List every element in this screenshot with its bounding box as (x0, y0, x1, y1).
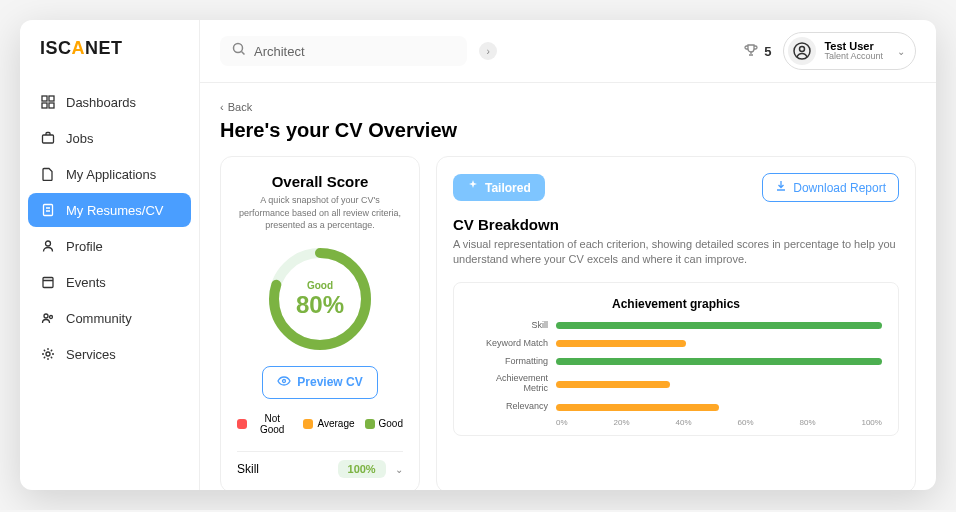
logo-text-2: NET (85, 38, 123, 58)
chart-bar-label: Formatting (470, 357, 548, 367)
chart-bar-label: Skill (470, 321, 548, 331)
chart-bar-row: Relevancy (470, 402, 882, 412)
chevron-right-icon: › (486, 46, 489, 57)
sidebar-item-label: My Resumes/CV (66, 203, 164, 218)
nav: Dashboards Jobs My Applications My Resum… (20, 77, 199, 379)
chevron-down-icon: ⌄ (395, 464, 403, 475)
sidebar-item-applications[interactable]: My Applications (28, 157, 191, 191)
points-value: 5 (764, 44, 771, 59)
chevron-left-icon: ‹ (220, 101, 224, 113)
sidebar: ISCANET Dashboards Jobs My Applications … (20, 20, 200, 490)
avatar (788, 37, 816, 65)
topbar: › 5 Test User Talent Account ⌄ (200, 20, 936, 83)
points-badge[interactable]: 5 (744, 43, 771, 60)
svg-point-20 (283, 379, 286, 382)
download-icon (775, 180, 787, 195)
tailored-pill[interactable]: Tailored (453, 174, 545, 201)
sidebar-item-community[interactable]: Community (28, 301, 191, 335)
svg-rect-3 (49, 103, 54, 108)
chart-title: Achievement graphics (470, 297, 882, 311)
chart-bar-row: Skill (470, 321, 882, 331)
sidebar-item-label: Dashboards (66, 95, 136, 110)
clear-search-button[interactable]: › (479, 42, 497, 60)
panels: Overall Score A quick snapshot of your C… (220, 156, 916, 490)
download-report-button[interactable]: Download Report (762, 173, 899, 202)
sidebar-item-label: Services (66, 347, 116, 362)
svg-point-11 (44, 314, 48, 318)
gauge-pct: 80% (296, 290, 344, 318)
chart-bar-fill (556, 340, 686, 347)
breakdown-desc: A visual representation of each criterio… (453, 237, 899, 268)
chevron-down-icon: ⌄ (897, 46, 905, 57)
download-label: Download Report (793, 181, 886, 195)
svg-rect-5 (44, 205, 53, 216)
sidebar-item-label: My Applications (66, 167, 156, 182)
axis-tick: 0% (556, 418, 568, 427)
sidebar-item-dashboards[interactable]: Dashboards (28, 85, 191, 119)
grid-icon (40, 94, 56, 110)
sidebar-item-label: Profile (66, 239, 103, 254)
tailored-label: Tailored (485, 181, 531, 195)
skill-expand-row[interactable]: Skill 100% ⌄ (237, 451, 403, 476)
gauge-label: Good (296, 279, 344, 290)
user-menu[interactable]: Test User Talent Account ⌄ (783, 32, 916, 70)
search-box[interactable] (220, 36, 467, 66)
sidebar-item-resumes[interactable]: My Resumes/CV (28, 193, 191, 227)
logo-accent: A (72, 38, 86, 58)
main: › 5 Test User Talent Account ⌄ ‹ (200, 20, 936, 490)
briefcase-icon (40, 130, 56, 146)
logo-text: ISC (40, 38, 72, 58)
svg-line-15 (242, 52, 245, 55)
score-gauge: Good 80% (265, 244, 375, 354)
chart-bar-row: Formatting (470, 357, 882, 367)
chart-bar-label: Relevancy (470, 402, 548, 412)
breakdown-chart: Achievement graphics SkillKeyword MatchF… (453, 282, 899, 436)
back-link[interactable]: ‹ Back (220, 101, 252, 113)
axis-tick: 60% (738, 418, 754, 427)
sidebar-item-profile[interactable]: Profile (28, 229, 191, 263)
sparkle-icon (467, 180, 479, 195)
sidebar-item-label: Events (66, 275, 106, 290)
user-icon (40, 238, 56, 254)
sidebar-item-jobs[interactable]: Jobs (28, 121, 191, 155)
chart-bar-fill (556, 381, 670, 388)
svg-point-8 (46, 241, 51, 246)
breakdown-card: Tailored Download Report CV Breakdown A … (436, 156, 916, 490)
chart-bar-label: Achievement Metric (470, 374, 548, 394)
gear-icon (40, 346, 56, 362)
sidebar-item-label: Jobs (66, 131, 93, 146)
sidebar-item-events[interactable]: Events (28, 265, 191, 299)
skill-label: Skill (237, 462, 259, 476)
user-info: Test User Talent Account (824, 40, 883, 62)
skill-pct: 100% (338, 460, 386, 478)
search-input[interactable] (254, 44, 455, 59)
svg-rect-0 (42, 96, 47, 101)
svg-point-13 (46, 352, 50, 356)
axis-tick: 80% (799, 418, 815, 427)
svg-rect-1 (49, 96, 54, 101)
eye-icon (277, 374, 291, 391)
preview-btn-label: Preview CV (297, 375, 362, 389)
preview-cv-button[interactable]: Preview CV (262, 366, 377, 399)
axis-tick: 100% (861, 418, 881, 427)
page-title: Here's your CV Overview (220, 119, 916, 142)
svg-point-17 (800, 47, 805, 52)
logo: ISCANET (20, 20, 199, 77)
overall-score-card: Overall Score A quick snapshot of your C… (220, 156, 420, 490)
users-icon (40, 310, 56, 326)
content: ‹ Back Here's your CV Overview Overall S… (200, 83, 936, 490)
score-desc: A quick snapshot of your CV's performanc… (237, 194, 403, 232)
score-legend: Not Good Average Good (237, 413, 403, 435)
score-title: Overall Score (237, 173, 403, 190)
svg-point-14 (234, 44, 243, 53)
svg-rect-4 (43, 135, 54, 143)
sidebar-item-label: Community (66, 311, 132, 326)
legend-good: Good (365, 413, 403, 435)
legend-average: Average (303, 413, 354, 435)
chart-bar-fill (556, 404, 719, 411)
back-label: Back (228, 101, 252, 113)
sidebar-item-services[interactable]: Services (28, 337, 191, 371)
chart-bar-row: Achievement Metric (470, 374, 882, 394)
chart-bar-label: Keyword Match (470, 339, 548, 349)
document-icon (40, 202, 56, 218)
